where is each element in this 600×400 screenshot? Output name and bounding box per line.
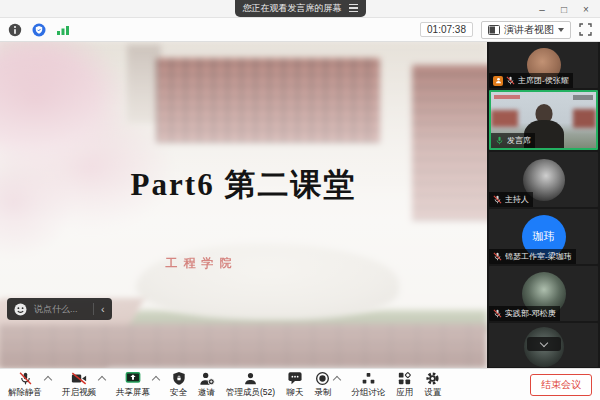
mic-options-chevron-icon[interactable] (44, 375, 52, 383)
participant-tile-4[interactable]: 珈玮 锦瑟工作室-梁珈玮 (489, 209, 598, 264)
meeting-timer: 01:07:38 (420, 22, 473, 37)
close-button[interactable]: × (576, 1, 596, 17)
record-options-chevron-icon[interactable] (333, 375, 341, 383)
start-video-button[interactable]: 开启视频 (62, 371, 96, 399)
meeting-window: 您正在观看发言席的屏幕 – □ × 01:07:38 演讲者视图 (0, 0, 600, 400)
breakout-rooms-button[interactable]: 分组讨论 (351, 371, 385, 399)
shared-screen-stage[interactable]: 工程学院 Part6 第二课堂 说点什么... ‹ (0, 42, 487, 368)
participant-tile-1[interactable]: 主席团-侯张耀 (489, 42, 598, 88)
participant-name: 实践部-邓松庚 (505, 308, 556, 319)
gear-icon (425, 371, 440, 386)
participant-tile-5[interactable]: 实践部-邓松庚 (489, 266, 598, 321)
chat-button[interactable]: 聊天 (286, 371, 303, 399)
chat-collapse-icon[interactable]: ‹ (101, 304, 105, 315)
participant-tile-3[interactable]: 主持人 (489, 152, 598, 207)
mic-active-icon (495, 136, 504, 145)
mic-muted-icon (493, 195, 502, 204)
watching-banner[interactable]: 您正在观看发言席的屏幕 (235, 0, 366, 17)
toolbar-label: 邀请 (198, 387, 215, 399)
apps-grid-icon (397, 371, 412, 386)
quick-chat-pill[interactable]: 说点什么... ‹ (7, 298, 112, 320)
toolbar-label: 分组讨论 (351, 387, 385, 399)
emoji-icon[interactable] (14, 303, 27, 316)
stone-inscription: 工程学院 (166, 255, 238, 272)
participant-name: 发言席 (507, 135, 531, 146)
chat-input[interactable]: 说点什么... (34, 303, 86, 316)
banner-menu-icon[interactable] (349, 4, 358, 13)
toolbar-label: 管理成员(52) (226, 387, 275, 399)
video-options-chevron-icon[interactable] (98, 375, 106, 383)
end-meeting-button[interactable]: 结束会议 (530, 374, 592, 396)
speaker-view-label: 演讲者视图 (504, 23, 554, 37)
meeting-info-icon[interactable] (8, 23, 22, 37)
camera-off-icon (71, 371, 87, 386)
toolbar-label: 安全 (170, 387, 187, 399)
apps-button[interactable]: 应用 (396, 371, 413, 399)
toolbar-label: 应用 (396, 387, 413, 399)
chat-divider (93, 303, 94, 315)
mic-muted-icon (506, 76, 515, 85)
speaker-view-button[interactable]: 演讲者视图 (481, 21, 571, 39)
toolbar-label: 录制 (314, 387, 331, 399)
participant-name: 主席团-侯张耀 (518, 75, 569, 86)
meeting-info-bar: 01:07:38 演讲者视图 (0, 18, 600, 42)
scroll-more-button[interactable] (527, 337, 561, 351)
chevron-down-icon (558, 28, 564, 32)
chat-bubble-icon (287, 371, 303, 386)
video-watermark-left (494, 95, 520, 99)
toolbar-label: 解除静音 (8, 387, 42, 399)
minimize-button[interactable]: – (532, 1, 552, 17)
participant-name: 主持人 (505, 194, 529, 205)
mic-muted-icon (493, 252, 502, 261)
toolbar-label: 开启视频 (62, 387, 96, 399)
toolbar-label: 设置 (424, 387, 441, 399)
fullscreen-icon[interactable] (579, 23, 592, 36)
participant-tile-2-active-speaker[interactable]: 发言席 (489, 90, 598, 150)
record-icon (315, 371, 330, 386)
toolbar-label: 聊天 (286, 387, 303, 399)
watching-banner-text: 您正在观看发言席的屏幕 (243, 2, 342, 15)
invite-button[interactable]: 邀请 (198, 371, 215, 399)
security-shield-icon[interactable] (32, 23, 46, 37)
participant-name: 锦瑟工作室-梁珈玮 (505, 251, 572, 262)
slide-title: Part6 第二课堂 (0, 164, 487, 206)
toolbar-label: 共享屏幕 (116, 387, 150, 399)
person-icon (243, 371, 258, 386)
video-watermark-right (573, 95, 593, 100)
participant-tile-6-partial[interactable] (489, 323, 598, 367)
unmute-button[interactable]: 解除静音 (8, 371, 42, 399)
window-controls: – □ × (532, 0, 596, 18)
participants-sidebar[interactable]: 主席团-侯张耀 发言席 (487, 42, 600, 368)
layout-view-icon (488, 25, 500, 35)
manage-members-button[interactable]: 管理成员(52) (226, 371, 275, 399)
network-signal-icon[interactable] (56, 24, 70, 36)
breakout-blocks-icon (361, 371, 376, 386)
bottom-toolbar: 解除静音 开启视频 共享屏幕 (0, 368, 600, 400)
record-button[interactable]: 录制 (314, 371, 331, 399)
mic-muted-icon (18, 371, 33, 386)
shield-lock-icon (172, 371, 186, 386)
titlebar: 您正在观看发言席的屏幕 – □ × (0, 0, 600, 18)
maximize-button[interactable]: □ (554, 1, 574, 17)
security-button[interactable]: 安全 (170, 371, 187, 399)
settings-button[interactable]: 设置 (424, 371, 441, 399)
mic-muted-icon (493, 309, 502, 318)
person-plus-icon (199, 371, 215, 386)
share-screen-icon (125, 371, 141, 386)
host-badge-icon (493, 76, 503, 86)
share-options-chevron-icon[interactable] (152, 375, 160, 383)
share-screen-button[interactable]: 共享屏幕 (116, 371, 150, 399)
chevron-down-icon (539, 338, 547, 346)
